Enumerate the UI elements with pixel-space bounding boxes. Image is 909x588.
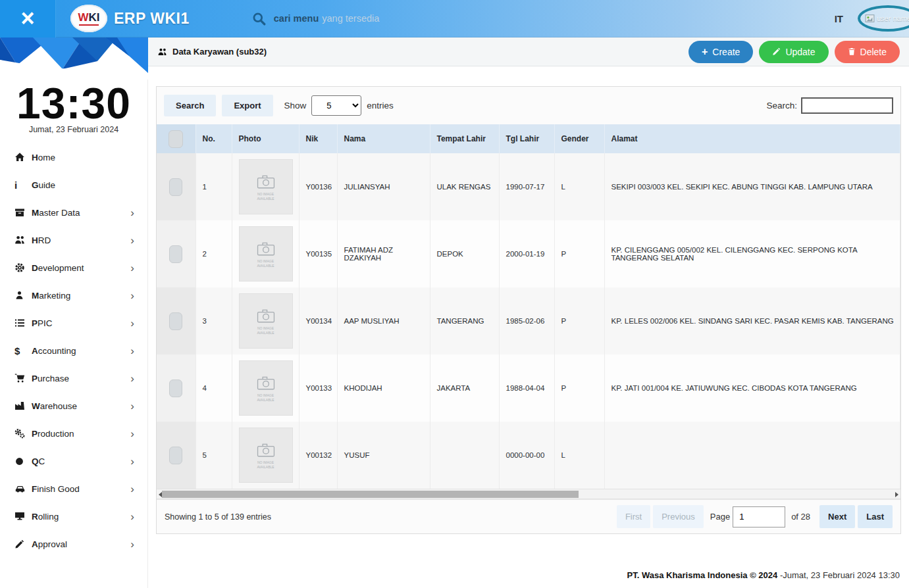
row-checkbox[interactable] — [169, 447, 182, 464]
sidebar-banner-graphic — [0, 37, 148, 80]
industry-icon — [14, 401, 32, 411]
sidebar-item-guide[interactable]: i Guide — [0, 171, 147, 199]
next-page-button[interactable]: Next — [819, 505, 855, 528]
column-header-tempat-lahir[interactable]: Tempat Lahir — [430, 124, 499, 153]
column-header-gender[interactable]: Gender — [554, 124, 604, 153]
horizontal-scrollbar[interactable] — [157, 489, 900, 499]
sidebar-item-development[interactable]: Development › — [0, 254, 147, 282]
sidebar-item-accounting[interactable]: $ Accounting › — [0, 337, 147, 364]
row-checkbox[interactable] — [169, 245, 182, 263]
sidebar-item-approval[interactable]: Approval › — [0, 530, 147, 558]
users-icon — [157, 47, 168, 57]
search-toggle-button[interactable]: Search — [164, 95, 216, 116]
page-header: Data Karyawan (sub32) + Create Update De… — [148, 37, 909, 66]
photo-placeholder: NO IMAGE AVAILABLE — [239, 360, 293, 416]
show-label: Show — [284, 101, 307, 110]
showing-entries-label: Showing 1 to 5 of 139 entries — [165, 512, 271, 522]
table-footer: Showing 1 to 5 of 139 entries First Prev… — [157, 499, 900, 533]
sidebar: 13:30 Jumat, 23 Februari 2024 Home i Gui… — [0, 37, 148, 588]
scroll-right-arrow-icon[interactable] — [895, 492, 898, 497]
app-logo[interactable]: WKI ERP WKI1 — [70, 5, 190, 32]
chevron-right-icon: › — [130, 235, 134, 246]
sidebar-item-ppic[interactable]: PPIC › — [0, 309, 147, 337]
page-title: Data Karyawan (sub32) — [157, 47, 267, 57]
dollar-icon: $ — [14, 345, 32, 356]
chevron-right-icon: › — [130, 207, 134, 218]
chevron-right-icon: › — [130, 373, 134, 384]
column-header-tgl-lahir[interactable]: Tgl Lahir — [499, 124, 554, 153]
data-table-panel: Search Export Show 5 entries Search: No. — [156, 86, 901, 534]
sidebar-item-qc[interactable]: QC › — [0, 447, 147, 475]
user-name-label: user name — [877, 14, 909, 22]
first-page-button[interactable]: First — [617, 505, 650, 528]
user-icon — [14, 290, 32, 301]
page-size-select[interactable]: 5 — [311, 95, 361, 116]
column-header-no[interactable]: No. — [195, 124, 232, 153]
sidebar-item-marketing[interactable]: Marketing › — [0, 282, 147, 309]
app-title: ERP WKI1 — [114, 10, 190, 28]
page-number-input[interactable] — [733, 506, 785, 527]
create-button[interactable]: + Create — [688, 41, 753, 63]
clock-time: 13:30 — [0, 81, 147, 126]
chevron-right-icon: › — [130, 511, 134, 522]
user-menu[interactable]: user name — [858, 5, 909, 32]
logo-letter-w: W — [78, 11, 88, 24]
last-page-button[interactable]: Last — [858, 505, 893, 528]
scrollbar-thumb[interactable] — [162, 491, 579, 498]
select-all-checkbox[interactable] — [169, 130, 183, 148]
sidebar-item-finish-good[interactable]: Finish Good › — [0, 475, 147, 502]
sidebar-item-hrd[interactable]: HRD › — [0, 226, 147, 254]
desktop-icon — [14, 511, 32, 522]
chevron-right-icon: › — [130, 318, 134, 329]
table-row: 1 NO IMAGE AVAILABLE Y00136 JULIANSYAH U… — [157, 153, 900, 220]
sidebar-item-purchase[interactable]: Purchase › — [0, 364, 147, 392]
pagination: First Previous Page of 28 Next Last — [617, 505, 893, 528]
sidebar-item-production[interactable]: Production › — [0, 420, 147, 447]
table-row: 3 NO IMAGE AVAILABLE Y00134 AAP MUSLIYAH… — [157, 287, 900, 355]
plus-icon: + — [702, 47, 708, 57]
menu-search-input[interactable]: cari menu yang tersedia — [252, 12, 380, 26]
column-header-nik[interactable]: Nik — [299, 124, 337, 153]
previous-page-button[interactable]: Previous — [653, 505, 704, 528]
column-header-photo[interactable]: Photo — [232, 124, 299, 153]
table-search-input[interactable] — [801, 97, 893, 114]
column-header-nama[interactable]: Nama — [337, 124, 430, 153]
sidebar-item-master-data[interactable]: Master Data › — [0, 199, 147, 226]
wki-logo-icon: WKI — [70, 5, 107, 32]
table-header-row: No. Photo Nik Nama Tempat Lahir Tgl Lahi… — [157, 124, 900, 153]
broken-image-icon — [865, 14, 875, 23]
close-icon: × — [20, 5, 34, 32]
logo-letters-ki: KI — [89, 11, 100, 24]
update-button[interactable]: Update — [759, 41, 828, 63]
circle-icon — [14, 456, 32, 466]
photo-placeholder: NO IMAGE AVAILABLE — [239, 428, 293, 483]
sidebar-item-rolling[interactable]: Rolling › — [0, 502, 147, 530]
export-button[interactable]: Export — [222, 95, 273, 116]
row-checkbox[interactable] — [169, 312, 182, 330]
column-header-alamat[interactable]: Alamat — [604, 124, 900, 153]
camera-icon — [255, 173, 277, 190]
chevron-right-icon: › — [130, 456, 134, 467]
page-total-label: of 28 — [791, 512, 810, 522]
select-all-header — [157, 124, 195, 153]
photo-placeholder: NO IMAGE AVAILABLE — [239, 159, 293, 214]
entries-label: entries — [367, 101, 394, 110]
row-checkbox[interactable] — [169, 178, 182, 196]
role-label: IT — [835, 13, 843, 24]
row-checkbox[interactable] — [169, 380, 182, 397]
sidebar-item-warehouse[interactable]: Warehouse › — [0, 392, 147, 420]
chevron-right-icon: › — [130, 483, 134, 495]
sidebar-item-home[interactable]: Home — [0, 143, 147, 171]
photo-placeholder: NO IMAGE AVAILABLE — [239, 293, 293, 349]
delete-button[interactable]: Delete — [835, 41, 900, 63]
camera-icon — [255, 441, 277, 458]
chevron-right-icon: › — [130, 539, 134, 550]
search-label: Search: — [766, 101, 797, 110]
camera-icon — [255, 374, 277, 391]
employees-table: No. Photo Nik Nama Tempat Lahir Tgl Lahi… — [157, 124, 900, 489]
chevron-right-icon: › — [130, 262, 134, 274]
sidebar-toggle-button[interactable]: × — [0, 0, 56, 37]
footer-datetime: -Jumat, 23 Februari 2024 13:30 — [777, 570, 900, 580]
cart-icon — [14, 373, 32, 383]
search-placeholder-bold: cari menu — [274, 13, 319, 24]
